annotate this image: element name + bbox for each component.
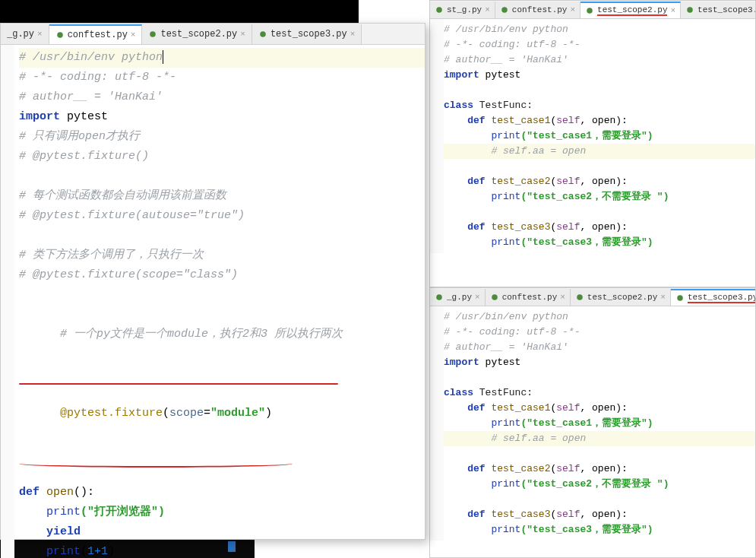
fn: test_case2: [491, 176, 550, 187]
tab-label: conftest.py: [502, 293, 558, 302]
tab-label: test_scope2.py: [160, 29, 237, 40]
str: "module": [210, 407, 265, 420]
tab-conftest[interactable]: conftest.py×: [49, 24, 143, 44]
tabs-br: _g.py× conftest.py× test_scope2.py× test…: [430, 288, 755, 306]
fn: test_case3: [491, 509, 550, 520]
close-icon[interactable]: ×: [475, 293, 480, 302]
sig: (self, open):: [550, 463, 627, 474]
editor-left[interactable]: # /usr/bin/env python # -*- coding: utf-…: [1, 45, 425, 558]
editor-pane-top-right: st_g.py× conftest.py× test_scope2.py× te…: [429, 0, 756, 287]
tab-conftest[interactable]: conftest.py×: [486, 289, 571, 306]
close-icon[interactable]: ×: [570, 5, 575, 14]
comment: # @pytest.fixture(scope="class"): [19, 268, 238, 281]
close-icon[interactable]: ×: [670, 6, 675, 15]
tab-g[interactable]: _g.py×: [430, 289, 486, 306]
close-icon[interactable]: ×: [131, 30, 136, 40]
tab-label: st_g.py: [447, 5, 482, 14]
tab-test-scope2[interactable]: test_scope2.py×: [571, 289, 671, 306]
comment: # /usr/bin/env python: [444, 311, 568, 322]
svg-point-9: [150, 31, 157, 37]
str: ("test_case1，需要登录"): [520, 130, 653, 141]
tab-test-scope2[interactable]: test_scope2.py×: [142, 24, 251, 44]
print: print: [19, 545, 81, 558]
tab-conftest[interactable]: conftest.py×: [495, 2, 580, 18]
python-file-icon: [435, 293, 444, 302]
svg-point-2: [587, 8, 593, 14]
svg-point-4: [436, 294, 442, 300]
decorator: @pytest.fixture: [60, 407, 163, 420]
close-icon[interactable]: ×: [350, 30, 356, 39]
svg-point-3: [687, 7, 693, 13]
svg-point-0: [436, 7, 442, 13]
kw: def: [444, 463, 491, 474]
num: 1+1: [87, 545, 108, 558]
str: ("test_case3，需要登录"): [520, 524, 653, 535]
comment: # /usr/bin/env python: [19, 51, 163, 64]
comment: # author__ = 'HanKai': [19, 90, 163, 103]
kw: def: [444, 115, 491, 126]
tab-label: test_scope3.py: [688, 293, 755, 303]
str: ("test_case2，不需要登录 "): [520, 191, 669, 202]
svg-point-6: [577, 294, 583, 300]
kw: def: [444, 402, 491, 414]
paren: ): [108, 545, 115, 558]
comment: # 只有调用open才执行: [19, 130, 140, 143]
editor-pane-left: _g.py× conftest.py× test_scope2.py× test…: [0, 23, 425, 540]
close-icon[interactable]: ×: [660, 293, 666, 302]
editor-pane-bottom-right: _g.py× conftest.py× test_scope2.py× test…: [429, 287, 756, 558]
mod: pytest: [60, 110, 108, 123]
python-file-icon: [575, 293, 584, 302]
sig: (self, open):: [550, 402, 627, 414]
text-cursor: [163, 50, 163, 64]
cls: TestFunc:: [479, 100, 533, 111]
comment: # 一个py文件是一个module，执行2和3 所以执行两次: [60, 328, 343, 341]
editor-tr[interactable]: # /usr/bin/env python # -*- coding: utf-…: [430, 19, 755, 253]
comment: # /usr/bin/env python: [444, 24, 568, 35]
tabs-left: _g.py× conftest.py× test_scope2.py× test…: [1, 24, 425, 45]
str: ("打开浏览器"): [81, 506, 165, 518]
print: print: [444, 478, 520, 490]
sig: ():: [74, 486, 94, 499]
python-file-icon: [490, 293, 499, 302]
print: print: [19, 506, 81, 518]
python-file-icon: [685, 5, 694, 14]
kw: def: [444, 509, 491, 520]
python-file-icon: [500, 5, 509, 14]
sig: (self, open):: [550, 176, 627, 187]
tabs-tr: st_g.py× conftest.py× test_scope2.py× te…: [430, 1, 755, 19]
comment: # -*- coding: utf-8 -*-: [444, 326, 580, 338]
paren: (: [81, 545, 87, 558]
print: print: [444, 524, 520, 535]
paren: (: [163, 407, 169, 420]
close-icon[interactable]: ×: [560, 293, 565, 302]
kw: import: [444, 69, 479, 81]
gutter: [1, 45, 14, 558]
editor-br[interactable]: # /usr/bin/env python # -*- coding: utf-…: [430, 306, 755, 541]
comment: # self.aa = open: [444, 433, 586, 444]
print: print: [444, 191, 520, 202]
tab-test-scope3[interactable]: test_scope3.py×: [671, 289, 755, 306]
tab-test-scope3[interactable]: test_scope3.py×: [252, 24, 362, 44]
str: ("test_case2，不需要登录 "): [520, 478, 669, 490]
comment: # self.aa = open: [444, 145, 586, 157]
fn: test_case1: [491, 115, 550, 126]
python-file-icon: [148, 30, 157, 39]
tab-g[interactable]: _g.py×: [1, 24, 49, 44]
python-file-icon: [585, 6, 594, 15]
kw: class: [444, 387, 479, 398]
cls: TestFunc:: [479, 387, 533, 398]
eq: =: [204, 407, 210, 420]
close-icon[interactable]: ×: [37, 30, 43, 39]
comment: # 类下方法多个调用了，只执行一次: [19, 249, 204, 262]
tab-label: test_scope3.py: [697, 5, 755, 14]
tab-test-scope2[interactable]: test_scope2.py×: [580, 2, 681, 18]
print: print: [444, 130, 520, 141]
close-icon[interactable]: ×: [485, 5, 490, 14]
fn: test_case3: [491, 221, 550, 233]
close-icon[interactable]: ×: [240, 30, 245, 39]
tab-label: _g.py: [447, 293, 472, 302]
fn: test_case2: [491, 463, 550, 474]
print: print: [444, 236, 520, 248]
tab-st-g[interactable]: st_g.py×: [430, 2, 495, 18]
tab-test-scope3[interactable]: test_scope3.py×: [681, 2, 755, 18]
